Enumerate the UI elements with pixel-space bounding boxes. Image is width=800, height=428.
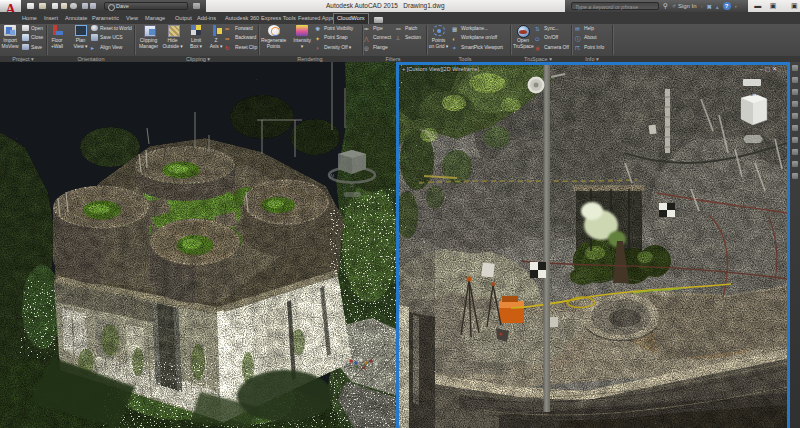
svg-text:W: W — [329, 173, 335, 179]
svg-text:S: S — [350, 182, 354, 188]
svg-text:FRONT: FRONT — [742, 90, 762, 97]
